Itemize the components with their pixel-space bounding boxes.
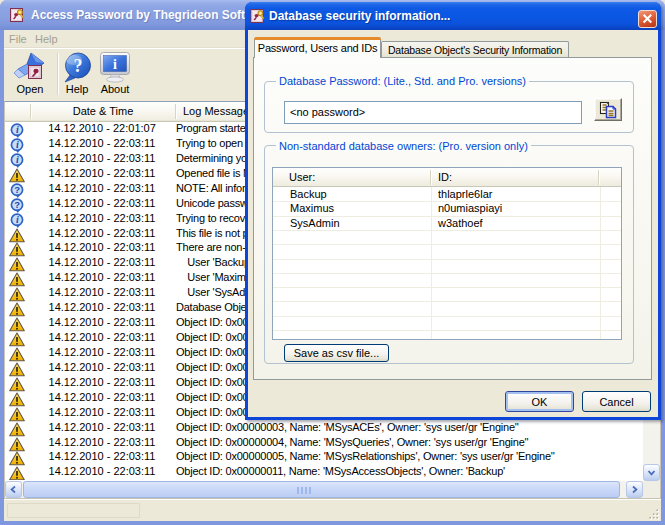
svg-text:?: ? bbox=[14, 199, 20, 210]
svg-text:i: i bbox=[16, 154, 19, 165]
svg-text:?: ? bbox=[74, 56, 83, 76]
svg-text:?: ? bbox=[14, 184, 20, 195]
svg-text:i: i bbox=[16, 214, 19, 225]
svg-text:i: i bbox=[16, 124, 19, 135]
svg-text:i: i bbox=[113, 57, 117, 72]
svg-text:i: i bbox=[16, 139, 19, 150]
